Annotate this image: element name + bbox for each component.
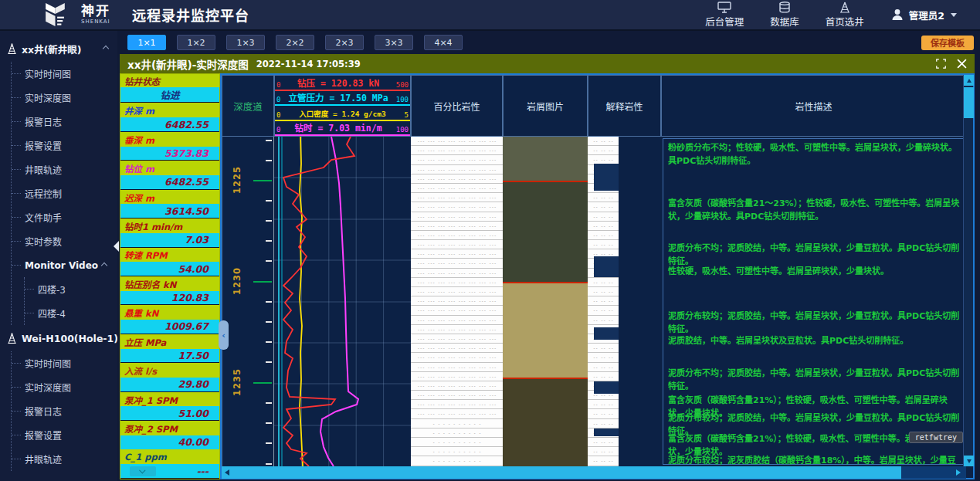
sidebar-item[interactable]: 井眼轨迹 [12,447,117,471]
photo-boundary-line [503,378,588,379]
interp-lithology-strip: -- -- ---- -- ---- -- ---- -- ---- -- --… [588,137,619,466]
brand-name-en: SHENKAI [81,19,110,25]
sidebar-item[interactable]: 报警设置 [12,423,117,447]
sidebar-item-monitor-video[interactable]: Monitor Video [12,253,117,277]
param-scroll-down-button[interactable] [130,466,156,476]
scroll-right-icon[interactable] [952,466,965,479]
chart-collapse-handle[interactable]: ‹ [219,320,229,350]
sidebar-item[interactable]: 实时参数 [12,229,117,253]
scroll-left-icon[interactable] [222,466,234,479]
lithology-description-text: 泥质分布不均；泥质胶结，中等。岩屑呈块状，少量豆粒状。具PDC钻头切削特征。 [668,367,962,393]
sidebar-item[interactable]: 报警设置 [12,134,117,158]
curve-label: 立管压力 = 17.50 MPa [289,91,388,103]
parameter-value: 7.03 [120,233,219,247]
sidebar-item-label: 四楼-4 [38,307,66,320]
nav-home-well-select[interactable]: 首页选井 [826,2,864,29]
lithology-pattern-row: --- --- --- --- --- --- --- --- [411,296,503,306]
layout-button-1x3[interactable]: 1×3 [226,35,265,50]
nav-label: 数据库 [770,14,799,29]
sidebar-item[interactable]: 实时深度图 [12,86,117,110]
parameter-row: 入流 l/s29.80 [120,363,219,391]
parameter-row: 泵冲_1 SPM51.00 [120,392,219,421]
layout-button-2x3[interactable]: 2×3 [325,35,364,50]
monitor-icon [717,2,732,13]
user-menu[interactable]: 管理员2 [890,8,957,22]
sidebar-item[interactable]: 井眼轨迹 [12,158,117,181]
parameter-value: 6482.55 [120,175,219,189]
sidebar-item[interactable]: 报警日志 [12,110,117,134]
tree-dash [25,313,34,313]
tree-dash [12,145,21,146]
panel-title: xx井(新井眼)-实时深度图 [127,56,249,72]
interp-lithology-block [594,428,619,436]
sidebar-item-label: 实时深度图 [25,381,71,394]
parameter-value: 40.00 [120,435,219,449]
parameter-row: 迟深 m3614.50 [120,190,219,218]
sidebar-item[interactable]: 实时深度图 [12,375,117,399]
cuttings-photo-zone [503,137,588,181]
curve-max: 500 [396,81,409,89]
sidebar-item[interactable]: 文件助手 [12,205,117,229]
sidebar-item[interactable]: 报警日志 [12,399,117,423]
close-icon[interactable] [957,59,967,69]
sidebar-item[interactable]: 远程控制 [12,181,117,205]
parameter-value: 29.80 [120,378,219,391]
derrick-icon [6,332,18,344]
sidebar-item[interactable]: 四楼-4 [25,301,117,325]
column-header-cuttings-photo: 岩屑图片 [503,75,588,137]
curve-legend-box: 0钻压 = 120.83 kN5000立管压力 = 17.50 MPa1000入… [274,75,411,137]
sidebar-item[interactable]: 四楼-3 [25,277,117,301]
sidebar-item[interactable]: 实时时间图 [12,62,117,86]
lithology-pattern-row: --- --- --- --- --- --- --- --- [411,400,503,409]
sidebar-item[interactable]: 实时时间图 [12,351,117,375]
panel-timestamp: 2022-11-14 17:05:39 [256,59,361,69]
depth-chart-panel: xx井(新井眼)-实时深度图 2022-11-14 17:05:39 钻井状态钻… [120,54,975,479]
layout-button-2x2[interactable]: 2×2 [276,35,314,50]
lithology-pattern-row: --- --- --- --- --- --- --- --- [411,155,503,164]
layout-button-3x3[interactable]: 3×3 [375,35,413,50]
sidebar-well-node[interactable]: xx井(新井眼) [0,36,117,62]
photo-boundary-line [503,181,588,182]
horizontal-scrollbar[interactable] [222,466,966,479]
sidebar-item-label: 报警设置 [25,139,62,152]
brand-name-cn: 神开 [81,5,110,18]
minor-depth-tick [266,220,272,222]
lithology-pattern-row: --- --- --- --- --- --- --- --- [411,193,503,202]
interp-pattern-row: -- -- -- [588,409,619,418]
lithology-pattern-row: --- --- --- --- --- --- --- --- [411,325,503,334]
nav-database[interactable]: 数据库 [770,2,799,29]
sidebar-item-label: 实时参数 [25,235,62,248]
fullscreen-icon[interactable] [936,59,946,69]
sidebar-well-node[interactable]: Wei-H100(Hole-1) [0,325,117,351]
scroll-up-icon[interactable] [964,75,974,86]
lithology-pattern-row: --- --- --- --- --- --- --- --- [411,184,503,193]
lithology-pattern-row: --- --- --- --- --- --- --- --- [411,287,503,296]
page-title: 远程录井监控平台 [132,5,249,25]
lithology-pattern-row: --- --- --- --- --- --- --- --- [411,381,503,391]
lithology-pattern-row: - - - - - - - - - - [411,419,503,428]
lithology-pattern-row: --- --- --- --- --- --- --- --- [411,409,503,418]
parameter-label: 转速 RPM [120,248,219,263]
layout-button-1x1[interactable]: 1×1 [127,35,166,50]
vertical-scrollbar[interactable] [963,75,973,466]
depth-track-header: 深度道 [222,75,274,137]
panel-titlebar: xx井(新井眼)-实时深度图 2022-11-14 17:05:39 [120,54,975,73]
sidebar-item-label: 报警日志 [25,115,62,128]
well-tree-sidebar: xx井(新井眼)实时时间图实时深度图报警日志报警设置井眼轨迹远程控制文件助手实时… [0,31,117,481]
minor-depth-tick [266,422,272,424]
layout-button-4x4[interactable]: 4×4 [424,35,463,50]
lithology-pattern-row: --- --- --- --- --- --- --- --- [411,334,503,344]
save-template-button[interactable]: 保存模板 [921,36,974,50]
nav-backend-management[interactable]: 后台管理 [705,2,744,29]
vertical-scroll-thumb[interactable] [964,87,974,118]
horizontal-scroll-thumb[interactable] [234,466,901,479]
lithology-pattern-row: --- --- --- --- --- --- --- --- [411,259,503,268]
sidebar-item-label: 远程控制 [25,187,62,200]
derrick-icon [837,2,853,13]
layout-button-1x2[interactable]: 1×2 [177,35,215,50]
scroll-down-icon[interactable] [964,456,974,466]
cuttings-photo-zone [503,282,588,378]
lithology-pattern-row: --- --- --- --- --- --- --- --- [411,222,503,231]
parameter-row: 悬重 kN1009.67 [120,305,219,334]
tree-dash [12,459,21,459]
